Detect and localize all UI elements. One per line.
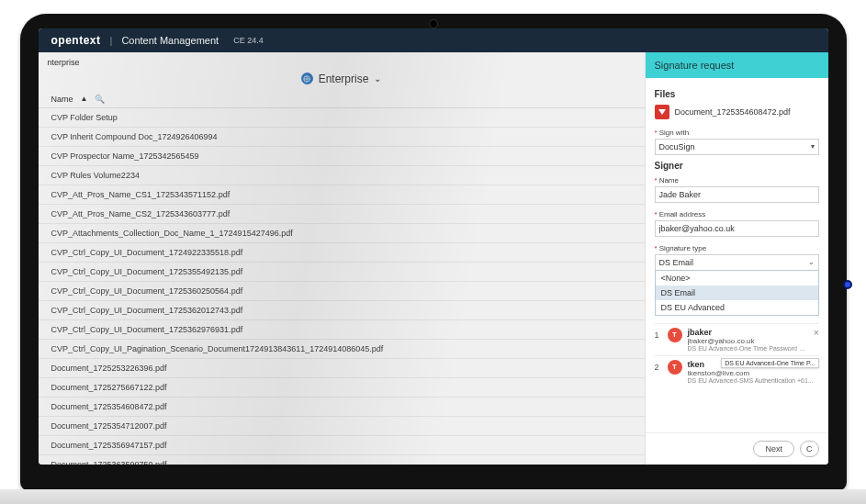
topbar: opentext | Content Management CE 24.4 <box>39 28 828 52</box>
email-label: Email address <box>655 210 819 218</box>
signature-panel: Signature request Files Document_1725354… <box>645 52 828 465</box>
table-row[interactable]: CVP_Ctrl_Copy_UI_Document_1725362976931.… <box>39 320 645 340</box>
table-row[interactable]: CVP_Att_Pros_Name_CS2_1725343603777.pdf <box>39 205 645 224</box>
table-row[interactable]: Document_1725354608472.pdf <box>39 398 645 417</box>
table-row[interactable]: CVP_Ctrl_Copy_UI_Document_1725362012743.… <box>39 301 645 320</box>
table-row[interactable]: Document_1725363590750.pdf <box>39 455 645 465</box>
file-row[interactable]: Document_1725354608472.pdf <box>655 105 819 119</box>
table-row[interactable]: Document_1725275667122.pdf <box>39 378 645 398</box>
caret-down-icon: ▾ <box>811 142 815 151</box>
signer-row[interactable]: 1Tjbakerjbaker@yahoo.co.ukDS EU Advanced… <box>655 323 819 355</box>
table-row[interactable]: CVP Prospector Name_1725342565459 <box>39 147 645 166</box>
content-area: nterprise Enterprise ⌄ Name ▲ 🔍 CVP Fold… <box>39 52 645 465</box>
signer-row[interactable]: 2Ttkentkenston@live.comDS EU Advanced-SM… <box>655 355 819 387</box>
name-label: Name <box>655 176 819 185</box>
option[interactable]: DS EU Advanced <box>656 300 818 315</box>
panel-title: Signature request <box>646 52 828 78</box>
column-name-label: Name <box>51 95 73 104</box>
name-input[interactable] <box>655 186 819 203</box>
pdf-icon <box>655 105 669 119</box>
signer-email: jbaker@yahoo.co.uk <box>688 337 808 345</box>
sigtype-value: DS Email <box>659 258 694 267</box>
signer-info: jbakerjbaker@yahoo.co.ukDS EU Advanced-O… <box>688 328 808 352</box>
option[interactable]: DS Email <box>656 286 818 300</box>
signer-number: 2 <box>655 360 662 372</box>
panel-footer: Next C <box>646 432 828 465</box>
cancel-button[interactable]: C <box>800 441 819 457</box>
breadcrumb[interactable]: Enterprise ⌄ <box>39 67 645 95</box>
sign-with-label: Sign with <box>655 129 819 137</box>
logo: opentext <box>51 34 101 47</box>
chevron-down-icon: ⌄ <box>374 73 381 84</box>
globe-icon <box>301 73 313 84</box>
panel-body: Files Document_1725354608472.pdf Sign wi… <box>646 78 828 432</box>
search-icon[interactable]: 🔍 <box>95 95 105 104</box>
remove-signer-icon[interactable]: × <box>814 328 819 338</box>
sign-with-value: DocuSign <box>659 142 695 151</box>
table-row[interactable]: CVP_Ctrl_Copy_UI_Document_1725360250564.… <box>39 282 645 301</box>
divider: | <box>110 35 113 46</box>
product-name: Content Management <box>121 35 219 46</box>
main-area: nterprise Enterprise ⌄ Name ▲ 🔍 CVP Fold… <box>39 52 828 465</box>
product-version: CE 24.4 <box>233 36 264 45</box>
table-row[interactable]: CVP_Ctrl_Copy_UI_Document_1725355492135.… <box>39 263 645 282</box>
signer-section-label: Signer <box>655 161 819 171</box>
table-row[interactable]: CVP_Ctrl_Copy_UI_Document_1724922335518.… <box>39 243 645 263</box>
signer-meta: DS EU Advanced-SMS Authentication +61... <box>688 377 819 384</box>
breadcrumb-label: Enterprise <box>319 73 369 85</box>
screen: opentext | Content Management CE 24.4 nt… <box>39 28 828 465</box>
table-row[interactable]: CVP Folder Setup <box>39 108 645 128</box>
camera-dot <box>429 19 438 28</box>
signer-name: jbaker <box>688 328 808 337</box>
signer-number: 1 <box>655 328 662 340</box>
side-indicator <box>843 280 852 289</box>
table-row[interactable]: CVP_Ctrl_Copy_UI_Pagination_Scenario_Doc… <box>39 340 645 359</box>
laptop-frame: opentext | Content Management CE 24.4 nt… <box>20 14 847 491</box>
files-label: Files <box>655 89 819 99</box>
signer-email: tkenston@live.com <box>688 369 819 377</box>
tooltip: DS EU Advanced-One Time P... <box>721 358 818 368</box>
table-row[interactable]: Document_1725354712007.pdf <box>39 417 645 436</box>
table-row[interactable]: CVP_Attachments_Collection_Doc_Name_1_17… <box>39 224 645 243</box>
laptop-base <box>0 489 866 505</box>
table-row[interactable]: CVP Inherit Compound Doc_1724926406994 <box>39 128 645 147</box>
option[interactable]: <None> <box>656 271 818 286</box>
table-row[interactable]: CVP Rules Volume2234 <box>39 166 645 185</box>
avatar: T <box>668 360 682 375</box>
table-row[interactable]: CVP_Att_Pros_Name_CS1_1725343571152.pdf <box>39 185 645 205</box>
file-name: Document_1725354608472.pdf <box>675 107 791 117</box>
next-button[interactable]: Next <box>753 441 794 457</box>
avatar: T <box>668 328 682 342</box>
sigtype-select[interactable]: DS Email ⌄ <box>655 254 819 271</box>
signer-meta: DS EU Advanced-One Time Password +111 <box>688 345 808 352</box>
sort-arrow-icon: ▲ <box>81 95 88 103</box>
breadcrumb-fragment: nterprise <box>39 52 645 67</box>
sign-with-select[interactable]: DocuSign ▾ <box>655 139 819 155</box>
caret-down-icon: ⌄ <box>808 258 815 266</box>
sigtype-dropdown: <None>DS EmailDS EU Advanced <box>655 270 819 316</box>
sigtype-label: Signature type <box>655 244 819 252</box>
email-input[interactable] <box>655 220 819 237</box>
column-header[interactable]: Name ▲ 🔍 <box>39 95 645 108</box>
table-row[interactable]: Document_1725356947157.pdf <box>39 436 645 455</box>
signers-list: 1Tjbakerjbaker@yahoo.co.ukDS EU Advanced… <box>655 323 819 387</box>
rows-container: CVP Folder SetupCVP Inherit Compound Doc… <box>39 108 645 465</box>
table-row[interactable]: Document_1725253226396.pdf <box>39 359 645 378</box>
